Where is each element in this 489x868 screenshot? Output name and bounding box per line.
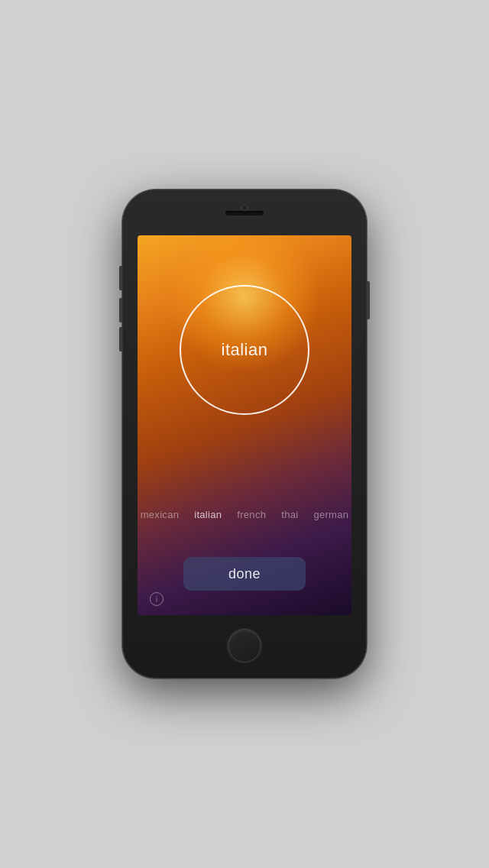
language-item-german[interactable]: german [306, 506, 351, 523]
done-button[interactable]: done [183, 557, 306, 591]
screen-content: italian mexicanitalianfrenchthaigerman d… [138, 235, 351, 615]
speaker [225, 211, 264, 215]
selected-language-label: italian [222, 340, 268, 360]
language-strip[interactable]: mexicanitalianfrenchthaigerman [138, 506, 351, 523]
language-item-mexican[interactable]: mexican [138, 506, 186, 523]
done-button-label: done [228, 566, 261, 582]
info-icon-text: i [156, 594, 157, 604]
language-item-italian[interactable]: italian [186, 506, 229, 523]
phone-frame: italian mexicanitalianfrenchthaigerman d… [122, 189, 367, 679]
screen: italian mexicanitalianfrenchthaigerman d… [138, 235, 351, 615]
camera [241, 205, 248, 211]
language-circle-selector[interactable]: italian [180, 285, 309, 415]
info-icon[interactable]: i [150, 592, 164, 606]
bottom-bezel [122, 615, 367, 676]
language-item-french[interactable]: french [229, 506, 274, 523]
home-button[interactable] [228, 629, 261, 662]
language-item-thai[interactable]: thai [274, 506, 306, 523]
top-bezel [122, 189, 367, 235]
